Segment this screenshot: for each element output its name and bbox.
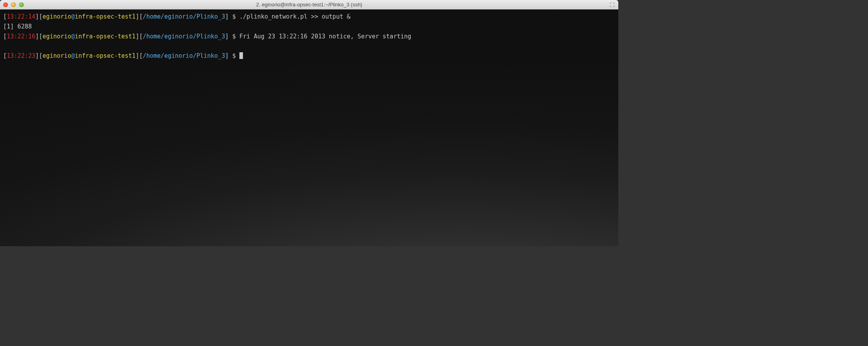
terminal-window: 2. eginorio@infra-opsec-test1:~/Plinko_3… <box>0 0 618 246</box>
close-button[interactable] <box>3 2 8 7</box>
prompt-time: 13:22:16 <box>7 33 35 40</box>
terminal-cursor <box>239 52 243 59</box>
prompt-host: infra-opsec-test1 <box>75 13 136 20</box>
terminal-body[interactable]: [13:22:14][eginorio@infra-opsec-test1][/… <box>0 10 618 246</box>
terminal-line: [13:22:16][eginorio@infra-opsec-test1][/… <box>3 32 615 42</box>
prompt-path: /home/eginorio/Plinko_3 <box>143 13 225 20</box>
terminal-line <box>3 41 615 51</box>
prompt-user: eginorio <box>42 13 71 20</box>
prompt-user: eginorio <box>42 52 71 59</box>
prompt-path: /home/eginorio/Plinko_3 <box>143 52 225 59</box>
prompt-time: 13:22:23 <box>7 52 35 59</box>
prompt-host: infra-opsec-test1 <box>75 33 136 40</box>
terminal-line: [1] 6288 <box>3 22 615 32</box>
minimize-button[interactable] <box>11 2 16 7</box>
prompt-host: infra-opsec-test1 <box>75 52 136 59</box>
terminal-line: [13:22:23][eginorio@infra-opsec-test1][/… <box>3 51 615 61</box>
terminal-output: [1] 6288 <box>3 23 32 30</box>
terminal-line: [13:22:14][eginorio@infra-opsec-test1][/… <box>3 12 615 22</box>
prompt-command: Fri Aug 23 13:22:16 2013 notice, Server … <box>239 33 411 40</box>
prompt-time: 13:22:14 <box>7 13 35 20</box>
titlebar[interactable]: 2. eginorio@infra-opsec-test1:~/Plinko_3… <box>0 0 618 10</box>
prompt-path: /home/eginorio/Plinko_3 <box>143 33 225 40</box>
prompt-command: ./plinko_network.pl >> output & <box>239 13 350 20</box>
traffic-lights <box>3 2 24 7</box>
fullscreen-icon[interactable] <box>610 2 615 8</box>
zoom-button[interactable] <box>19 2 24 7</box>
prompt-user: eginorio <box>42 33 71 40</box>
window-title: 2. eginorio@infra-opsec-test1:~/Plinko_3… <box>256 2 362 8</box>
